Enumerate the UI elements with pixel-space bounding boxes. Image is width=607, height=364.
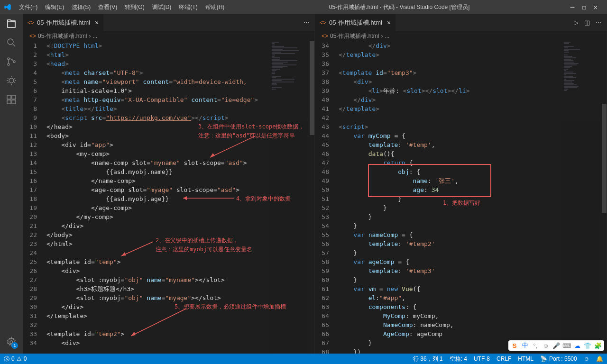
breadcrumb-sep: ›	[381, 33, 383, 39]
breadcrumb-file: 05-作用域插槽.html	[38, 32, 87, 40]
editor-group-left: <> 05-作用域插槽.html × ⋯ <> 05-作用域插槽.html › …	[23, 14, 315, 354]
breadcrumb-rest: ...	[385, 33, 389, 39]
tab-file[interactable]: <> 05-作用域插槽.html ×	[315, 14, 396, 31]
settings-badge: 1	[11, 342, 18, 349]
ime-voice-icon[interactable]: 🎤	[552, 341, 561, 350]
html-file-icon: <>	[28, 19, 34, 26]
tab-file[interactable]: <> 05-作用域插槽.html ×	[23, 14, 104, 31]
main-area: 1 <> 05-作用域插槽.html × ⋯ <> 05-作用域插槽.html …	[0, 14, 607, 354]
gutter-right: 3435363738394041424344454647484950515253…	[315, 41, 339, 354]
svg-point-1	[8, 58, 9, 60]
annotation-4: 4、拿到对象中的数据	[236, 194, 291, 203]
menu-terminal[interactable]: 终端(T)	[175, 3, 201, 11]
error-icon: ⓧ	[4, 355, 9, 363]
gutter-left: 1234567891011121314151617181920212223242…	[23, 41, 46, 354]
status-problems[interactable]: ⓧ0 ⚠0	[4, 355, 27, 363]
status-language[interactable]: HTML	[518, 355, 533, 363]
debug-icon[interactable]	[6, 75, 17, 86]
tab-actions: ⋯	[299, 19, 314, 26]
search-icon[interactable]	[6, 37, 17, 48]
annotation-5: 5、想要展示数据，必须通过组件中增加插槽	[175, 302, 286, 311]
split-icon[interactable]: ◫	[584, 19, 590, 26]
menu-help[interactable]: 帮助(H)	[202, 3, 229, 11]
html-file-icon: <>	[322, 33, 328, 39]
activity-bar: 1	[0, 14, 23, 354]
html-file-icon: <>	[320, 19, 326, 26]
tab-close-icon[interactable]: ×	[387, 19, 391, 27]
menu-edit[interactable]: 编辑(E)	[41, 3, 68, 11]
ime-skin-icon[interactable]: 👕	[583, 341, 592, 350]
status-bell[interactable]: 🔔	[596, 355, 603, 363]
extensions-icon[interactable]	[6, 94, 17, 105]
scrollbar-right[interactable]	[600, 41, 607, 354]
status-position[interactable]: 行 36，列 1	[413, 355, 443, 363]
menu-bar: 文件(F) 编辑(E) 选择(S) 查看(V) 转到(G) 调试(D) 终端(T…	[15, 3, 228, 11]
svg-point-0	[8, 39, 13, 45]
tabs-right: <> 05-作用域插槽.html × ▷ ◫ ⋯	[315, 14, 607, 31]
explorer-icon[interactable]	[6, 18, 17, 29]
broadcast-icon: 📡	[540, 355, 547, 362]
run-icon[interactable]: ▷	[574, 19, 579, 26]
window-title: 05-作用域插槽.html - 代码 - Visual Studio Code …	[228, 3, 570, 11]
annotation-2: 2、在父级中的插槽上传递数据，注意：这里的myobj可以是任意变量名	[156, 236, 252, 254]
tab-actions: ▷ ◫ ⋯	[569, 19, 607, 26]
more-icon[interactable]: ⋯	[304, 19, 310, 26]
ime-cloud-icon[interactable]: ☁	[573, 341, 581, 350]
statusbar: ⓧ0 ⚠0 行 36，列 1 空格: 4 UTF-8 CRLF HTML 📡Po…	[0, 354, 607, 364]
tab-label: 05-作用域插槽.html	[329, 18, 382, 27]
svg-rect-7	[7, 100, 11, 104]
annotation-3: 3、在组件中使用slot-scope接收数据，注意：这里的"asd"可以是任意字…	[198, 122, 304, 140]
tabs-left: <> 05-作用域插槽.html × ⋯	[23, 14, 314, 31]
menu-selection[interactable]: 选择(S)	[68, 3, 94, 11]
ime-toolbar[interactable]: S 中 °, ☺ 🎤 ⌨ ☁ 👕 🧩	[508, 340, 604, 351]
breadcrumb-rest: ...	[92, 33, 97, 39]
svg-point-2	[8, 64, 9, 65]
titlebar: 文件(F) 编辑(E) 选择(S) 查看(V) 转到(G) 调试(D) 终端(T…	[0, 0, 607, 14]
html-file-icon: <>	[29, 33, 36, 39]
menu-go[interactable]: 转到(G)	[121, 3, 148, 11]
breadcrumb-sep: ›	[89, 33, 91, 39]
warning-icon: ⚠	[17, 355, 22, 362]
editor-area: <> 05-作用域插槽.html × ⋯ <> 05-作用域插槽.html › …	[23, 14, 607, 354]
status-feedback[interactable]: ☺	[584, 355, 589, 363]
ime-lang-icon[interactable]: 中	[521, 341, 529, 350]
code-area-right[interactable]: 3435363738394041424344454647484950515253…	[315, 41, 607, 354]
source-control-icon[interactable]	[6, 56, 17, 67]
svg-rect-5	[7, 95, 11, 99]
ime-logo-icon[interactable]: S	[510, 341, 519, 350]
status-encoding[interactable]: UTF-8	[474, 355, 490, 363]
svg-point-4	[9, 78, 14, 83]
settings-icon[interactable]: 1	[6, 337, 17, 348]
svg-rect-8	[12, 100, 16, 104]
menu-view[interactable]: 查看(V)	[94, 3, 121, 11]
tab-close-icon[interactable]: ×	[95, 19, 99, 27]
status-spaces[interactable]: 空格: 4	[450, 355, 467, 363]
vscode-logo-icon	[4, 3, 11, 11]
status-port[interactable]: 📡Port : 5500	[540, 355, 577, 363]
scrollbar-left[interactable]	[308, 41, 314, 354]
editor-group-right: <> 05-作用域插槽.html × ▷ ◫ ⋯ <> 05-作用域插槽.htm…	[315, 14, 607, 354]
maximize-icon[interactable]: ☐	[582, 3, 586, 11]
tab-label: 05-作用域插槽.html	[37, 18, 90, 27]
ime-tool-icon[interactable]: 🧩	[594, 341, 602, 350]
annotation-1: 1、把数据写好	[443, 199, 480, 208]
menu-file[interactable]: 文件(F)	[15, 3, 41, 11]
breadcrumb-right[interactable]: <> 05-作用域插槽.html › ...	[315, 31, 607, 41]
breadcrumb-left[interactable]: <> 05-作用域插槽.html › ...	[23, 31, 314, 41]
breadcrumb-file: 05-作用域插槽.html	[330, 32, 379, 40]
ime-punct-icon[interactable]: °,	[531, 341, 540, 350]
svg-rect-6	[12, 95, 16, 99]
close-icon[interactable]: ✕	[594, 3, 598, 11]
ime-emoji-icon[interactable]: ☺	[542, 341, 550, 350]
code-area-left[interactable]: 1234567891011121314151617181920212223242…	[23, 41, 314, 354]
ime-keyboard-icon[interactable]: ⌨	[562, 341, 571, 350]
menu-debug[interactable]: 调试(D)	[148, 3, 175, 11]
more-icon[interactable]: ⋯	[596, 19, 602, 26]
status-eol[interactable]: CRLF	[497, 355, 511, 363]
minimize-icon[interactable]: ─	[570, 3, 574, 11]
minimap-right[interactable]	[562, 41, 600, 354]
window-controls: ─ ☐ ✕	[570, 3, 598, 11]
